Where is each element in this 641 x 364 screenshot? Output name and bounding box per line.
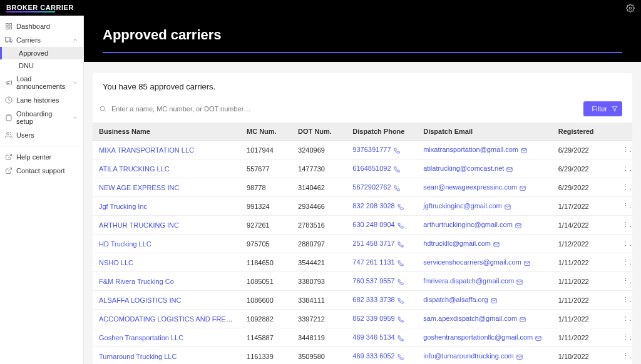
nav-icon <box>5 79 13 86</box>
row-actions-menu[interactable]: ⋮ <box>616 253 632 272</box>
row-actions-menu[interactable]: ⋮ <box>616 235 632 253</box>
dot-number: 3448119 <box>292 328 346 347</box>
dispatch-email-link[interactable]: goshentransportationllc@gmail.com <box>423 333 533 341</box>
dispatch-phone-link[interactable]: 469 333 6052 <box>352 352 394 360</box>
nav-carriers[interactable]: Carriers <box>0 33 83 47</box>
brand-logo[interactable]: BROKER CARRIER <box>6 4 74 13</box>
business-name-link[interactable]: ARTHUR TRUCKING INC <box>99 221 179 229</box>
business-name-link[interactable]: Jgf Trucking Inc <box>99 203 147 210</box>
search-input[interactable] <box>111 105 578 113</box>
phone-icon[interactable] <box>397 221 404 228</box>
column-header[interactable]: Dispatch Phone <box>346 123 417 141</box>
mail-icon[interactable] <box>515 221 521 228</box>
phone-icon[interactable] <box>397 259 404 266</box>
column-header[interactable]: Dispatch Email <box>417 123 552 141</box>
dispatch-email-link[interactable]: servicenshocarriers@gmail.com <box>423 258 521 266</box>
mail-icon[interactable] <box>524 259 530 266</box>
business-name-link[interactable]: ATILA TRUCKING LLC <box>99 165 170 173</box>
mail-icon[interactable] <box>516 353 523 360</box>
phone-icon[interactable] <box>397 278 404 285</box>
business-name-link[interactable]: ALSAFFA LOGISTICS INC <box>99 296 181 304</box>
dispatch-email-link[interactable]: hdtruckllc@gmail.com <box>423 240 491 247</box>
phone-icon[interactable] <box>397 296 404 303</box>
nav-lane-histories[interactable]: Lane histories <box>0 93 83 107</box>
dispatch-email-link[interactable]: fmrivera.dispatch@gmail.com <box>423 277 514 285</box>
column-header[interactable]: DOT Num. <box>292 123 346 141</box>
row-actions-menu[interactable]: ⋮ <box>616 141 632 159</box>
dispatch-email-link[interactable]: sam.apexdispatch@gmail.com <box>423 315 517 322</box>
nav-onboarding-setup[interactable]: Onboarding setup <box>0 107 83 128</box>
business-name-link[interactable]: MIXA TRANSPORTATION LLC <box>99 146 194 154</box>
nav-users[interactable]: Users <box>0 128 83 142</box>
chevron-up-icon <box>72 37 78 43</box>
nav-child-dnu[interactable]: DNU <box>0 59 83 72</box>
dispatch-email-link[interactable]: mixatransportation@gmail.com <box>423 146 518 153</box>
svg-point-0 <box>629 7 632 9</box>
mail-icon[interactable] <box>505 203 511 210</box>
dispatch-email-link[interactable]: dispatch@alsaffa.org <box>423 296 488 303</box>
nav-icon <box>5 96 13 104</box>
row-actions-menu[interactable]: ⋮ <box>616 197 632 216</box>
row-actions-menu[interactable]: ⋮ <box>616 291 632 310</box>
mail-icon[interactable] <box>493 240 500 247</box>
row-actions-menu[interactable]: ⋮ <box>616 310 632 328</box>
dispatch-phone-link[interactable]: 9376391777 <box>352 146 391 153</box>
svg-point-7 <box>6 41 8 43</box>
dispatch-phone-link[interactable]: 469 346 5134 <box>352 333 394 341</box>
dispatch-email-link[interactable]: sean@newageexpressinc.com <box>423 183 517 191</box>
row-actions-menu[interactable]: ⋮ <box>616 328 632 347</box>
nav-help-center[interactable]: Help center <box>0 150 83 164</box>
row-actions-menu[interactable]: ⋮ <box>616 216 632 235</box>
column-header[interactable]: MC Num. <box>240 123 292 141</box>
business-name-link[interactable]: NEW AGE EXPRESS INC <box>99 184 179 191</box>
dispatch-phone-link[interactable]: 251 458 3717 <box>352 240 394 247</box>
phone-icon[interactable] <box>394 146 400 153</box>
dispatch-email-link[interactable]: arthurtruckinginc@gmail.com <box>423 221 513 228</box>
phone-icon[interactable] <box>394 184 400 191</box>
mail-icon[interactable] <box>520 315 526 322</box>
mail-icon[interactable] <box>506 165 513 172</box>
mail-icon[interactable] <box>520 184 526 191</box>
dispatch-email-link[interactable]: jgftruckinginc@gmail.com <box>423 202 502 210</box>
business-name-link[interactable]: HD Trucking LLC <box>99 240 151 248</box>
dispatch-phone-link[interactable]: 760 537 9557 <box>352 277 394 285</box>
mail-icon[interactable] <box>521 146 527 153</box>
dispatch-phone-link[interactable]: 832 208 3028 <box>352 202 394 210</box>
row-actions-menu[interactable]: ⋮ <box>616 347 632 365</box>
dispatch-phone-link[interactable]: 630 248 0904 <box>352 221 394 228</box>
phone-icon[interactable] <box>397 203 404 210</box>
phone-icon[interactable] <box>397 315 404 322</box>
dispatch-phone-link[interactable]: 682 333 3738 <box>352 296 394 303</box>
business-name-link[interactable]: NSHO LLC <box>99 259 133 266</box>
dispatch-phone-link[interactable]: 6164851092 <box>352 164 391 172</box>
dispatch-phone-link[interactable]: 862 339 0959 <box>352 315 394 322</box>
dispatch-email-link[interactable]: info@turnaroundtrucking.com <box>423 352 513 360</box>
mail-icon[interactable] <box>535 334 541 341</box>
row-actions-menu[interactable]: ⋮ <box>616 159 632 178</box>
row-actions-menu[interactable]: ⋮ <box>616 272 632 291</box>
dispatch-phone-link[interactable]: 747 261 1131 <box>352 258 394 266</box>
column-header[interactable]: Business Name <box>93 123 240 141</box>
chevron-down-icon <box>72 114 78 121</box>
dispatch-phone-link[interactable]: 5672902762 <box>352 183 391 191</box>
settings-icon[interactable] <box>626 4 635 13</box>
business-name-link[interactable]: Turnaround Trucking LLC <box>99 353 177 360</box>
column-header[interactable]: Registered <box>552 123 617 141</box>
nav-dashboard[interactable]: Dashboard <box>0 19 83 33</box>
phone-icon[interactable] <box>397 334 404 341</box>
business-name-link[interactable]: Goshen Transportation LLC <box>99 334 183 341</box>
nav-load-announcements[interactable]: Load announcements <box>0 72 83 93</box>
mail-icon[interactable] <box>491 296 497 303</box>
mc-number: 98778 <box>240 178 292 197</box>
nav-child-approved[interactable]: Approved <box>0 47 83 59</box>
row-actions-menu[interactable]: ⋮ <box>616 178 632 197</box>
phone-icon[interactable] <box>397 353 404 360</box>
business-name-link[interactable]: F&M Rivera Trucking Co <box>99 278 174 285</box>
dispatch-email-link[interactable]: atilatrucking@comcast.net <box>423 164 504 172</box>
phone-icon[interactable] <box>394 165 400 172</box>
business-name-link[interactable]: ACCOMODATING LOGISTICS AND FREIGHT <box>99 315 240 323</box>
nav-contact-support[interactable]: Contact support <box>0 164 83 178</box>
phone-icon[interactable] <box>397 240 404 247</box>
mail-icon[interactable] <box>516 278 523 285</box>
filter-button[interactable]: Filter <box>583 101 622 116</box>
